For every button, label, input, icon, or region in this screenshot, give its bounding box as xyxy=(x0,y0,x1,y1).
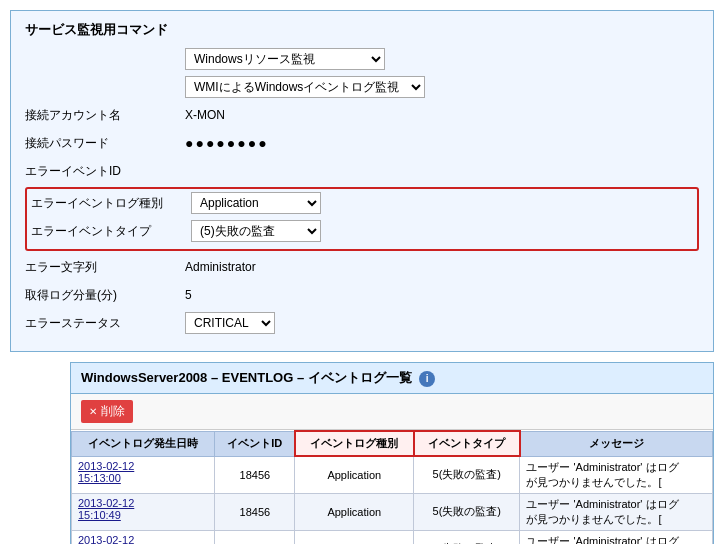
password-label: 接続パスワード xyxy=(25,135,185,152)
error-event-id-row: エラーイベントID xyxy=(25,159,699,183)
cell-id: 18456 xyxy=(215,530,295,544)
bottom-toolbar: ✕ 削除 xyxy=(71,394,713,430)
error-event-type-row: エラーイベントタイプ (5)失敗の監査 xyxy=(27,219,697,243)
error-event-type-label: エラーイベントタイプ xyxy=(31,223,191,240)
error-log-type-row: エラーイベントログ種別 Application xyxy=(27,191,697,215)
cell-ev-type: 5(失敗の監査) xyxy=(414,493,520,530)
highlighted-rows: エラーイベントログ種別 Application エラーイベントタイプ (5)失敗… xyxy=(25,187,699,251)
log-amount-value: 5 xyxy=(185,288,192,302)
th-id: イベントID xyxy=(215,431,295,456)
bottom-header: WindowsServer2008 – EVENTLOG – イベントログ一覧 … xyxy=(71,363,713,394)
cell-message: ユーザー 'Administrator' はログ が見つかりませんでした。[ xyxy=(520,493,713,530)
wmi-eventlog-select[interactable]: WMIによるWindowsイベントログ監視 xyxy=(185,76,425,98)
account-value: X-MON xyxy=(185,108,225,122)
bottom-title-text: WindowsServer2008 – EVENTLOG – イベントログ一覧 xyxy=(81,370,412,385)
cell-log-type: Application xyxy=(295,530,414,544)
delete-button[interactable]: ✕ 削除 xyxy=(81,400,133,423)
delete-label: 削除 xyxy=(101,403,125,420)
error-event-id-label: エラーイベントID xyxy=(25,163,185,180)
error-status-row: エラーステータス CRITICAL xyxy=(25,311,699,335)
info-icon[interactable]: i xyxy=(419,371,435,387)
th-message: メッセージ xyxy=(520,431,713,456)
password-row: 接続パスワード ●●●●●●●● xyxy=(25,131,699,155)
cell-log-type: Application xyxy=(295,456,414,493)
th-log-type: イベントログ種別 xyxy=(295,431,414,456)
table-row: 2013-02-12 15:08:0018456Application5(失敗の… xyxy=(72,530,713,544)
account-row: 接続アカウント名 X-MON xyxy=(25,103,699,127)
cell-date[interactable]: 2013-02-12 15:13:00 xyxy=(72,456,215,493)
bottom-title: WindowsServer2008 – EVENTLOG – イベントログ一覧 … xyxy=(81,369,435,387)
log-amount-row: 取得ログ分量(分) 5 xyxy=(25,283,699,307)
th-date: イベントログ発生日時 xyxy=(72,431,215,456)
delete-icon: ✕ xyxy=(89,406,97,417)
cell-date[interactable]: 2013-02-12 15:10:49 xyxy=(72,493,215,530)
error-string-row: エラー文字列 Administrator xyxy=(25,255,699,279)
cell-ev-type: 5(失敗の監査) xyxy=(414,456,520,493)
account-label: 接続アカウント名 xyxy=(25,107,185,124)
table-row: 2013-02-12 15:10:4918456Application5(失敗の… xyxy=(72,493,713,530)
cell-date[interactable]: 2013-02-12 15:08:00 xyxy=(72,530,215,544)
th-ev-type: イベントタイプ xyxy=(414,431,520,456)
top-panel: サービス監視用コマンド Windowsリソース監視 WMIによるWindowsイ… xyxy=(10,10,714,352)
password-value: ●●●●●●●● xyxy=(185,135,269,151)
log-table: イベントログ発生日時 イベントID イベントログ種別 イベントタイプ メッセージ… xyxy=(71,430,713,544)
cell-id: 18456 xyxy=(215,493,295,530)
cell-id: 18456 xyxy=(215,456,295,493)
error-event-type-select[interactable]: (5)失敗の監査 xyxy=(191,220,321,242)
windows-resource-select[interactable]: Windowsリソース監視 xyxy=(185,48,385,70)
error-status-select[interactable]: CRITICAL xyxy=(185,312,275,334)
cell-message: ユーザー 'Administrator' はログ が見つかりませんでした。[ xyxy=(520,530,713,544)
windows-resource-select-row: Windowsリソース監視 xyxy=(25,47,699,71)
cell-ev-type: 5(失敗の監査) xyxy=(414,530,520,544)
cell-message: ユーザー 'Administrator' はログ が見つかりませんでした。[ xyxy=(520,456,713,493)
panel-title: サービス監視用コマンド xyxy=(25,21,699,39)
log-amount-label: 取得ログ分量(分) xyxy=(25,287,185,304)
cell-log-type: Application xyxy=(295,493,414,530)
error-string-value: Administrator xyxy=(185,260,256,274)
wmi-eventlog-select-row: WMIによるWindowsイベントログ監視 xyxy=(25,75,699,99)
bottom-panel: WindowsServer2008 – EVENTLOG – イベントログ一覧 … xyxy=(70,362,714,544)
table-row: 2013-02-12 15:13:0018456Application5(失敗の… xyxy=(72,456,713,493)
error-log-type-select[interactable]: Application xyxy=(191,192,321,214)
error-string-label: エラー文字列 xyxy=(25,259,185,276)
error-log-type-label: エラーイベントログ種別 xyxy=(31,195,191,212)
error-status-label: エラーステータス xyxy=(25,315,185,332)
